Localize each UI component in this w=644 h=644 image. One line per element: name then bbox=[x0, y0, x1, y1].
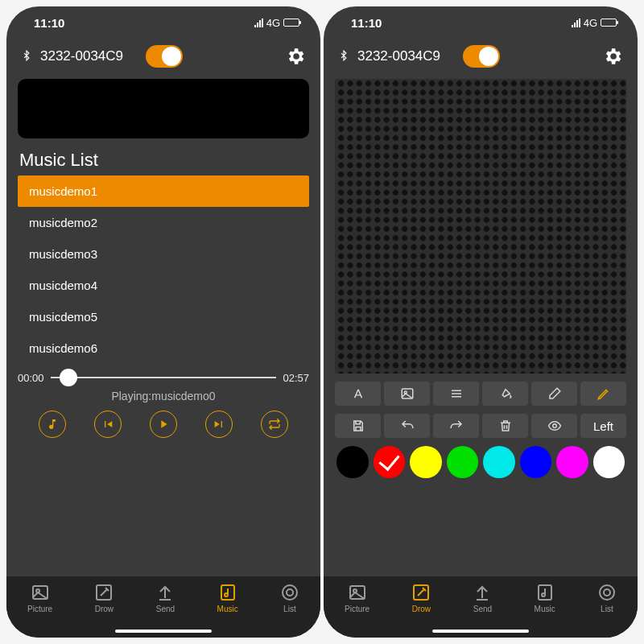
tab-picture[interactable]: Picture bbox=[345, 583, 369, 613]
status-right: 4G bbox=[254, 17, 299, 29]
content-draw: Left bbox=[324, 79, 638, 576]
music-list: musicdemo1 musicdemo2 musicdemo3 musicde… bbox=[18, 175, 309, 364]
tool-row-1 bbox=[335, 382, 626, 406]
status-bar: 11:10 4G bbox=[324, 6, 638, 39]
tab-music[interactable]: Music bbox=[217, 583, 238, 613]
status-time: 11:10 bbox=[351, 16, 382, 30]
pencil-tool[interactable] bbox=[580, 382, 626, 406]
tab-send[interactable]: Send bbox=[155, 583, 175, 613]
tab-list[interactable]: List bbox=[597, 583, 617, 613]
list-item[interactable]: musicdemo1 bbox=[18, 175, 309, 207]
pixel-canvas[interactable] bbox=[335, 79, 626, 374]
note-button[interactable] bbox=[39, 411, 66, 438]
repeat-button[interactable] bbox=[261, 411, 288, 438]
time-current: 00:00 bbox=[18, 372, 44, 384]
time-total: 02:57 bbox=[283, 372, 309, 384]
led-preview bbox=[18, 79, 309, 138]
status-right: 4G bbox=[572, 17, 617, 29]
power-toggle[interactable] bbox=[463, 45, 500, 68]
list-item[interactable]: musicdemo6 bbox=[18, 332, 309, 364]
net-label: 4G bbox=[584, 17, 597, 29]
svg-point-5 bbox=[283, 585, 297, 600]
swatch-white[interactable] bbox=[593, 446, 625, 478]
phone-music: 11:10 4G 3232-0034C9 Music List musicdem… bbox=[6, 6, 320, 638]
next-button[interactable] bbox=[205, 411, 233, 438]
battery-icon bbox=[601, 19, 617, 27]
svg-point-14 bbox=[542, 593, 545, 597]
device-id: 3232-0034C9 bbox=[40, 48, 123, 64]
phone-draw: 11:10 4G 3232-0034C9 bbox=[324, 6, 638, 638]
tab-drow[interactable]: Drow bbox=[411, 583, 431, 613]
preview-tool[interactable] bbox=[531, 414, 577, 438]
svg-point-16 bbox=[604, 589, 610, 596]
undo-tool[interactable] bbox=[384, 414, 430, 438]
swatch-green[interactable] bbox=[447, 446, 479, 478]
list-item[interactable]: musicdemo5 bbox=[18, 301, 309, 332]
signal-icon bbox=[254, 19, 263, 27]
progress-slider[interactable] bbox=[51, 369, 277, 386]
content-music: Music List musicdemo1 musicdemo2 musicde… bbox=[6, 79, 320, 576]
signal-icon bbox=[572, 19, 580, 27]
prev-button[interactable] bbox=[94, 411, 122, 438]
section-title: Music List bbox=[19, 150, 309, 171]
status-bar: 11:10 4G bbox=[6, 6, 320, 39]
tab-music[interactable]: Music bbox=[535, 583, 555, 613]
play-button[interactable] bbox=[150, 411, 177, 438]
svg-point-9 bbox=[552, 424, 556, 428]
home-indicator[interactable] bbox=[115, 630, 212, 633]
swatch-black[interactable] bbox=[336, 446, 369, 478]
home-indicator[interactable] bbox=[432, 630, 529, 633]
tool-row-2: Left bbox=[335, 414, 626, 438]
image-tool[interactable] bbox=[384, 382, 430, 406]
tab-drow[interactable]: Drow bbox=[94, 583, 114, 613]
eraser-tool[interactable] bbox=[531, 382, 577, 406]
now-playing: Playing:musicdemo0 bbox=[18, 390, 309, 402]
list-item[interactable]: musicdemo2 bbox=[18, 207, 309, 238]
text-tool[interactable] bbox=[335, 382, 381, 406]
list-item[interactable]: musicdemo4 bbox=[18, 270, 309, 301]
status-time: 11:10 bbox=[34, 16, 64, 30]
lines-tool[interactable] bbox=[433, 382, 479, 406]
settings-icon[interactable] bbox=[285, 46, 306, 67]
color-swatches bbox=[335, 446, 626, 478]
svg-point-15 bbox=[600, 585, 614, 600]
list-item[interactable]: musicdemo3 bbox=[18, 238, 309, 270]
player-controls bbox=[18, 411, 309, 438]
bluetooth-icon bbox=[21, 50, 32, 64]
tab-bar: Picture Drow Send Music List bbox=[6, 576, 320, 638]
swatch-red[interactable] bbox=[374, 446, 406, 478]
tab-bar: Picture Drow Send Music List bbox=[324, 576, 638, 638]
settings-icon[interactable] bbox=[602, 46, 623, 67]
tab-send[interactable]: Send bbox=[473, 583, 492, 613]
save-tool[interactable] bbox=[335, 414, 381, 438]
fill-tool[interactable] bbox=[482, 382, 528, 406]
swatch-cyan[interactable] bbox=[483, 446, 515, 478]
swatch-blue[interactable] bbox=[520, 446, 552, 478]
swatch-magenta[interactable] bbox=[556, 446, 588, 478]
header: 3232-0034C9 bbox=[324, 39, 638, 79]
trash-tool[interactable] bbox=[482, 414, 528, 438]
header: 3232-0034C9 bbox=[6, 39, 320, 79]
device-id: 3232-0034C9 bbox=[357, 48, 440, 64]
svg-point-4 bbox=[225, 593, 228, 597]
tab-picture[interactable]: Picture bbox=[27, 583, 52, 613]
battery-icon bbox=[283, 19, 299, 27]
tab-list[interactable]: List bbox=[280, 583, 299, 613]
direction-tool[interactable]: Left bbox=[580, 414, 626, 438]
swatch-yellow[interactable] bbox=[410, 446, 442, 478]
redo-tool[interactable] bbox=[433, 414, 479, 438]
svg-point-6 bbox=[287, 589, 293, 596]
power-toggle[interactable] bbox=[146, 45, 183, 68]
bluetooth-icon bbox=[338, 50, 349, 64]
net-label: 4G bbox=[266, 17, 280, 29]
progress-row: 00:00 02:57 bbox=[18, 369, 309, 386]
